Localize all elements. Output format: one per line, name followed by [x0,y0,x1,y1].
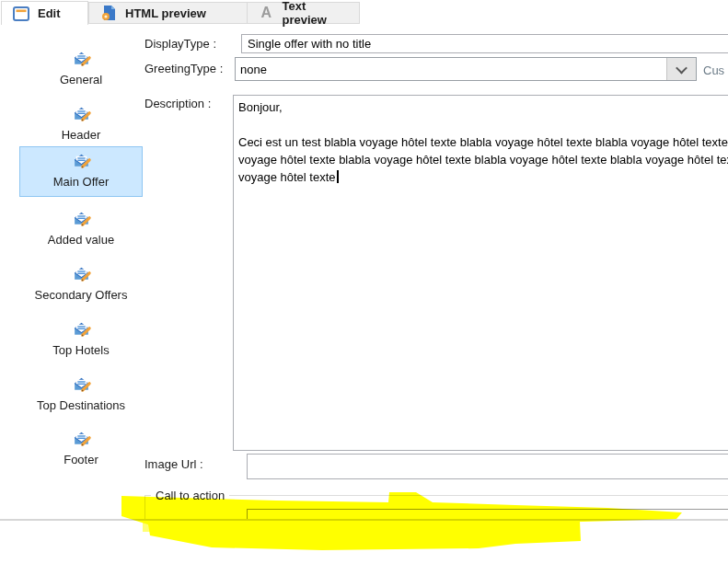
description-textarea[interactable]: Bonjour, Ceci est un test blabla voyage … [233,95,728,451]
sidebar-item-label: Header [20,128,142,142]
sidebar-item-secondary-offers[interactable]: Secondary Offers [19,259,143,310]
sidebar-item-general[interactable]: General [19,44,143,95]
sidebar-item-top-destinations[interactable]: Top Destinations [19,370,143,420]
dropdown-button[interactable] [666,58,696,80]
envelope-pencil-icon [72,104,91,123]
greeting-type-value: none [236,63,666,76]
call-to-action-legend: Call to action [151,489,229,502]
html-file-icon [100,5,117,21]
text-cursor [337,170,339,183]
tab-edit[interactable]: Edit [1,1,88,25]
sidebar-item-label: Secondary Offers [20,288,142,302]
template-editor-window: Edit HTML preview A Text preview [0,0,728,521]
image-url-label: Image Url : [144,457,203,471]
sidebar-item-label: Main Offer [20,175,142,189]
tab-label: Edit [38,6,61,20]
sidebar-item-label: Top Destinations [20,398,142,412]
sidebar-item-added-value[interactable]: Added value [19,204,143,255]
description-text: Bonjour, Ceci est un test blabla voyage … [238,100,728,184]
chevron-down-icon [676,62,688,74]
envelope-pencil-icon [72,319,91,339]
tab-html-preview[interactable]: HTML preview [89,2,246,24]
bottom-separator-line [0,519,728,521]
sidebar-item-label: General [20,73,142,86]
display-type-label: DisplayType : [144,37,216,51]
display-type-input[interactable]: Single offer with no title [241,34,728,53]
sidebar-item-header[interactable]: Header [19,99,143,150]
tab-label: HTML preview [125,6,206,20]
window-edit-icon [13,6,29,22]
sidebar-item-label: Footer [20,453,142,466]
greeting-type-label: GreetingType : [144,62,223,75]
sidebar-item-top-hotels[interactable]: Top Hotels [19,315,143,365]
description-label: Description : [144,97,211,110]
image-url-input[interactable] [247,454,728,479]
envelope-pencil-icon [72,49,91,68]
tab-text-preview[interactable]: A Text preview [248,2,359,24]
sidebar-item-footer[interactable]: Footer [19,424,143,475]
letter-a-icon: A [259,5,274,21]
envelope-pencil-icon [72,264,91,283]
tab-label: Text preview [283,0,348,27]
envelope-pencil-icon [72,429,91,448]
envelope-pencil-icon [72,374,91,394]
custom-greeting-side-text: Cus [703,63,724,77]
sidebar-item-label: Top Hotels [20,343,142,357]
greeting-type-select[interactable]: none [235,57,697,81]
envelope-pencil-icon [72,151,91,170]
sidebar-item-main-offer[interactable]: Main Offer [19,146,143,197]
sidebar-item-label: Added value [20,233,142,247]
envelope-pencil-icon [72,209,91,228]
